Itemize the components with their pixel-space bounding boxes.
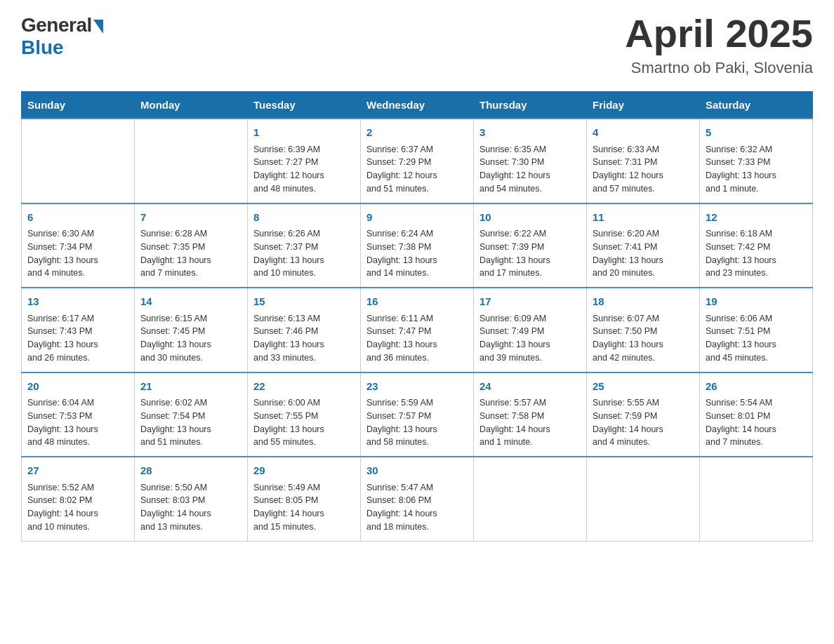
day-number: 16 (366, 294, 468, 310)
calendar-cell: 13Sunrise: 6:17 AM Sunset: 7:43 PM Dayli… (22, 288, 135, 373)
day-number: 4 (593, 125, 694, 141)
day-number: 27 (27, 463, 128, 479)
sun-info: Sunrise: 6:39 AM Sunset: 7:27 PM Dayligh… (253, 143, 355, 196)
calendar-cell: 19Sunrise: 6:06 AM Sunset: 7:51 PM Dayli… (700, 288, 813, 373)
day-header-saturday: Saturday (700, 92, 813, 119)
day-header-sunday: Sunday (22, 92, 135, 119)
sun-info: Sunrise: 6:33 AM Sunset: 7:31 PM Dayligh… (593, 143, 694, 196)
calendar-cell: 1Sunrise: 6:39 AM Sunset: 7:27 PM Daylig… (248, 119, 361, 203)
sun-info: Sunrise: 6:35 AM Sunset: 7:30 PM Dayligh… (479, 143, 581, 196)
day-number: 12 (706, 210, 807, 226)
day-header-wednesday: Wednesday (361, 92, 474, 119)
sun-info: Sunrise: 6:18 AM Sunset: 7:42 PM Dayligh… (706, 227, 807, 280)
logo-arrow-icon (93, 20, 103, 34)
month-title: April 2025 (625, 14, 813, 53)
sun-info: Sunrise: 5:52 AM Sunset: 8:02 PM Dayligh… (27, 481, 128, 534)
calendar-cell: 20Sunrise: 6:04 AM Sunset: 7:53 PM Dayli… (22, 373, 135, 457)
calendar-cell: 24Sunrise: 5:57 AM Sunset: 7:58 PM Dayli… (474, 373, 587, 457)
day-header-friday: Friday (587, 92, 700, 119)
day-number: 13 (27, 294, 128, 310)
calendar-cell (135, 119, 248, 203)
sun-info: Sunrise: 5:47 AM Sunset: 8:06 PM Dayligh… (366, 481, 468, 534)
day-number: 11 (593, 210, 694, 226)
calendar-cell: 6Sunrise: 6:30 AM Sunset: 7:34 PM Daylig… (22, 203, 135, 288)
sun-info: Sunrise: 6:11 AM Sunset: 7:47 PM Dayligh… (366, 312, 468, 365)
calendar-cell: 18Sunrise: 6:07 AM Sunset: 7:50 PM Dayli… (587, 288, 700, 373)
calendar-cell: 27Sunrise: 5:52 AM Sunset: 8:02 PM Dayli… (22, 457, 135, 541)
day-number: 8 (253, 210, 355, 226)
day-number: 20 (27, 379, 128, 395)
day-number: 18 (593, 294, 694, 310)
calendar-cell: 29Sunrise: 5:49 AM Sunset: 8:05 PM Dayli… (248, 457, 361, 541)
calendar-week-row: 20Sunrise: 6:04 AM Sunset: 7:53 PM Dayli… (22, 373, 813, 457)
sun-info: Sunrise: 5:54 AM Sunset: 8:01 PM Dayligh… (706, 396, 807, 449)
calendar-cell: 23Sunrise: 5:59 AM Sunset: 7:57 PM Dayli… (361, 373, 474, 457)
day-number: 1 (253, 125, 355, 141)
sun-info: Sunrise: 6:22 AM Sunset: 7:39 PM Dayligh… (479, 227, 581, 280)
calendar-cell: 10Sunrise: 6:22 AM Sunset: 7:39 PM Dayli… (474, 203, 587, 288)
calendar-cell: 17Sunrise: 6:09 AM Sunset: 7:49 PM Dayli… (474, 288, 587, 373)
sun-info: Sunrise: 6:20 AM Sunset: 7:41 PM Dayligh… (593, 227, 694, 280)
logo-blue-text: Blue (21, 36, 64, 59)
sun-info: Sunrise: 6:37 AM Sunset: 7:29 PM Dayligh… (366, 143, 468, 196)
sun-info: Sunrise: 6:00 AM Sunset: 7:55 PM Dayligh… (253, 396, 355, 449)
calendar-cell: 30Sunrise: 5:47 AM Sunset: 8:06 PM Dayli… (361, 457, 474, 541)
sun-info: Sunrise: 6:28 AM Sunset: 7:35 PM Dayligh… (140, 227, 241, 280)
day-header-thursday: Thursday (474, 92, 587, 119)
sun-info: Sunrise: 5:49 AM Sunset: 8:05 PM Dayligh… (253, 481, 355, 534)
day-number: 30 (366, 463, 468, 479)
day-number: 2 (366, 125, 468, 141)
sun-info: Sunrise: 6:17 AM Sunset: 7:43 PM Dayligh… (27, 312, 128, 365)
calendar-cell: 15Sunrise: 6:13 AM Sunset: 7:46 PM Dayli… (248, 288, 361, 373)
calendar-cell: 12Sunrise: 6:18 AM Sunset: 7:42 PM Dayli… (700, 203, 813, 288)
day-number: 10 (479, 210, 581, 226)
day-number: 3 (479, 125, 581, 141)
day-number: 9 (366, 210, 468, 226)
calendar-cell: 4Sunrise: 6:33 AM Sunset: 7:31 PM Daylig… (587, 119, 700, 203)
calendar-cell: 22Sunrise: 6:00 AM Sunset: 7:55 PM Dayli… (248, 373, 361, 457)
day-number: 17 (479, 294, 581, 310)
calendar-week-row: 6Sunrise: 6:30 AM Sunset: 7:34 PM Daylig… (22, 203, 813, 288)
day-number: 24 (479, 379, 581, 395)
day-number: 26 (706, 379, 807, 395)
calendar-cell (22, 119, 135, 203)
day-number: 25 (593, 379, 694, 395)
calendar-week-row: 27Sunrise: 5:52 AM Sunset: 8:02 PM Dayli… (22, 457, 813, 541)
day-number: 28 (140, 463, 241, 479)
page-header: General Blue April 2025 Smartno ob Paki,… (21, 14, 813, 77)
day-number: 15 (253, 294, 355, 310)
sun-info: Sunrise: 6:26 AM Sunset: 7:37 PM Dayligh… (253, 227, 355, 280)
day-number: 21 (140, 379, 241, 395)
calendar-cell: 28Sunrise: 5:50 AM Sunset: 8:03 PM Dayli… (135, 457, 248, 541)
calendar-cell: 14Sunrise: 6:15 AM Sunset: 7:45 PM Dayli… (135, 288, 248, 373)
sun-info: Sunrise: 5:50 AM Sunset: 8:03 PM Dayligh… (140, 481, 241, 534)
calendar-cell: 25Sunrise: 5:55 AM Sunset: 7:59 PM Dayli… (587, 373, 700, 457)
day-header-monday: Monday (135, 92, 248, 119)
logo-general-text: General (21, 14, 92, 36)
sun-info: Sunrise: 6:24 AM Sunset: 7:38 PM Dayligh… (366, 227, 468, 280)
sun-info: Sunrise: 6:32 AM Sunset: 7:33 PM Dayligh… (706, 143, 807, 196)
sun-info: Sunrise: 6:15 AM Sunset: 7:45 PM Dayligh… (140, 312, 241, 365)
sun-info: Sunrise: 6:30 AM Sunset: 7:34 PM Dayligh… (27, 227, 128, 280)
day-number: 5 (706, 125, 807, 141)
calendar-cell: 7Sunrise: 6:28 AM Sunset: 7:35 PM Daylig… (135, 203, 248, 288)
day-number: 23 (366, 379, 468, 395)
calendar-cell: 21Sunrise: 6:02 AM Sunset: 7:54 PM Dayli… (135, 373, 248, 457)
sun-info: Sunrise: 6:07 AM Sunset: 7:50 PM Dayligh… (593, 312, 694, 365)
calendar-week-row: 1Sunrise: 6:39 AM Sunset: 7:27 PM Daylig… (22, 119, 813, 203)
calendar-cell (474, 457, 587, 541)
sun-info: Sunrise: 5:55 AM Sunset: 7:59 PM Dayligh… (593, 396, 694, 449)
day-number: 29 (253, 463, 355, 479)
calendar-cell: 11Sunrise: 6:20 AM Sunset: 7:41 PM Dayli… (587, 203, 700, 288)
logo: General Blue (21, 14, 103, 59)
calendar-cell (587, 457, 700, 541)
calendar-cell: 16Sunrise: 6:11 AM Sunset: 7:47 PM Dayli… (361, 288, 474, 373)
calendar-cell: 9Sunrise: 6:24 AM Sunset: 7:38 PM Daylig… (361, 203, 474, 288)
day-number: 7 (140, 210, 241, 226)
calendar-week-row: 13Sunrise: 6:17 AM Sunset: 7:43 PM Dayli… (22, 288, 813, 373)
calendar-header-row: SundayMondayTuesdayWednesdayThursdayFrid… (22, 92, 813, 119)
sun-info: Sunrise: 5:57 AM Sunset: 7:58 PM Dayligh… (479, 396, 581, 449)
title-section: April 2025 Smartno ob Paki, Slovenia (625, 14, 813, 77)
location-title: Smartno ob Paki, Slovenia (625, 59, 813, 77)
day-number: 19 (706, 294, 807, 310)
